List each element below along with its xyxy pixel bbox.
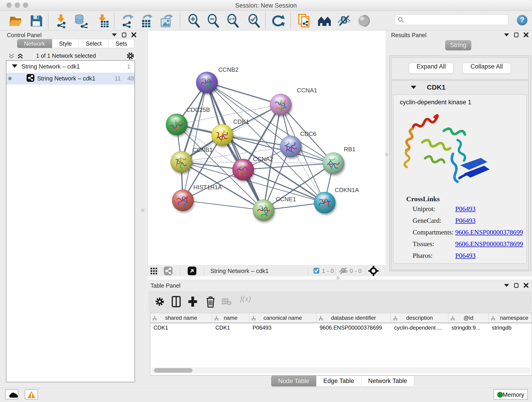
results-panel: Results Panel String Expand All Collapse… <box>388 31 532 280</box>
collapse-all-button[interactable]: Collapse All <box>462 63 511 74</box>
scrollbar-thumb[interactable] <box>154 368 192 373</box>
tree-expander-icon[interactable] <box>12 64 17 68</box>
birds-eye-view-icon[interactable] <box>188 267 196 275</box>
export-table-icon[interactable] <box>139 13 154 28</box>
tab-node-table[interactable]: Node Table <box>271 375 317 387</box>
show-columns-icon[interactable] <box>171 296 183 307</box>
panel-menu-icon[interactable] <box>504 33 509 36</box>
gene-section-header[interactable]: CDK1 <box>391 81 529 94</box>
panel-float-icon[interactable] <box>514 283 519 288</box>
show-glasspane-icon-disabled[interactable] <box>357 13 372 28</box>
tab-network-table[interactable]: Network Table <box>361 375 414 387</box>
network-node-ccna1[interactable]: CCNA1 <box>270 87 317 115</box>
network-node-hist1h1a[interactable]: HIST1H1A <box>172 184 222 211</box>
table-cell[interactable]: CDK1 <box>150 323 212 333</box>
network-edge[interactable] <box>183 200 264 210</box>
tab-network[interactable]: Network <box>17 39 52 48</box>
column-header-shared-name[interactable]: shared name <box>150 313 212 323</box>
export-network-icon[interactable] <box>120 13 134 28</box>
zoom-out-icon[interactable] <box>206 13 221 28</box>
crosslink-link[interactable]: 9606.ENSP00000378699 <box>455 240 523 248</box>
table-gear-icon[interactable] <box>154 296 166 307</box>
network-collection-row[interactable]: String Network – cdk1 1 <box>6 61 134 73</box>
delete-column-icon[interactable] <box>205 296 217 307</box>
zoom-in-icon[interactable] <box>187 13 202 28</box>
expand-all-button[interactable]: Expand All <box>409 63 454 74</box>
table-cell[interactable]: stringdb:9... <box>448 323 489 333</box>
selected-count: 1 - 0 <box>322 268 334 274</box>
panel-menu-icon[interactable] <box>504 284 509 287</box>
import-table-icon[interactable] <box>95 13 110 28</box>
table-cell[interactable]: cyclin-dependent ... <box>391 323 448 333</box>
table-horizontal-scrollbar[interactable] <box>151 367 531 373</box>
string-document-icon[interactable] <box>297 13 312 28</box>
network-edge[interactable] <box>183 83 207 200</box>
string-network-graph[interactable]: CCNB2CCNA1CDC25BCDK1CDC6RB1CCNB1CCNA2CDK… <box>148 31 386 265</box>
table-cell[interactable]: CDK1 <box>212 323 249 333</box>
memory-button[interactable]: Memory <box>494 389 528 400</box>
vertical-splitter-handle[interactable] <box>385 153 388 156</box>
selected-checkbox-icon[interactable] <box>313 268 319 274</box>
gear-icon[interactable] <box>127 52 134 60</box>
search-input[interactable] <box>405 15 506 24</box>
panel-float-icon[interactable] <box>514 32 519 37</box>
zoom-fit-icon[interactable] <box>226 13 241 28</box>
network-node-count: 11 <box>114 75 121 82</box>
help-button[interactable]: ? <box>517 15 527 26</box>
delete-table-icon-disabled[interactable] <box>221 298 233 309</box>
home-networks-icon[interactable] <box>317 13 332 28</box>
column-header--id[interactable]: @id <box>448 313 489 323</box>
export-image-icon[interactable] <box>159 13 174 28</box>
crosslink-link[interactable]: P06493 <box>455 252 476 259</box>
grid-view-icon[interactable] <box>151 268 157 274</box>
zoom-selected-icon[interactable] <box>247 13 262 28</box>
network-row[interactable]: String Network – cdk1 11 48 <box>6 73 134 85</box>
horizontal-splitter-handle[interactable] <box>336 276 340 280</box>
column-header-name[interactable]: name <box>212 313 249 323</box>
network-edge[interactable] <box>243 163 333 170</box>
column-header-canonical-name[interactable]: canonical name <box>249 313 317 323</box>
crosslink-link[interactable]: P06493 <box>455 205 476 213</box>
tab-sets[interactable]: Sets <box>109 39 134 48</box>
network-canvas[interactable]: CCNB2CCNA1CDC25BCDK1CDC6RB1CCNB1CCNA2CDK… <box>148 31 386 265</box>
open-session-icon[interactable] <box>8 13 23 28</box>
panel-float-icon[interactable] <box>122 32 126 37</box>
column-header-description[interactable]: description <box>391 313 448 323</box>
tab-style[interactable]: Style <box>52 39 79 48</box>
warning-button[interactable] <box>25 389 38 400</box>
crosslink-link[interactable]: P06493 <box>455 217 476 224</box>
tab-edge-table[interactable]: Edge Table <box>317 375 361 387</box>
vertical-splitter-handle[interactable] <box>141 209 144 212</box>
import-network-file-icon[interactable] <box>54 13 69 28</box>
table-cell[interactable]: P06493 <box>249 323 317 333</box>
search-field[interactable] <box>395 14 508 25</box>
fit-selected-crosshair-icon[interactable] <box>368 266 379 276</box>
node-table[interactable]: shared namenamecanonical namedatabase id… <box>150 313 532 375</box>
network-node-cdkn1a[interactable]: CDKN1A <box>314 186 359 213</box>
network-node-cdk1[interactable]: CDK1 <box>211 118 249 146</box>
save-session-icon[interactable] <box>29 13 44 28</box>
table-row[interactable]: CDK1CDK1P064939606.ENSP00000378699cyclin… <box>150 323 532 333</box>
network-view-icon[interactable] <box>164 267 172 275</box>
column-header-database-identifier[interactable]: database identifier <box>317 313 391 323</box>
fx-function-icon-disabled[interactable]: f(x) <box>240 294 261 306</box>
panel-close-icon[interactable] <box>131 32 136 37</box>
section-expander-icon[interactable] <box>411 86 416 89</box>
panel-menu-icon[interactable] <box>112 33 117 36</box>
crosslink-link[interactable]: 9606.ENSP00000378699 <box>455 229 523 236</box>
refresh-icon[interactable] <box>271 13 286 28</box>
tab-string[interactable]: String <box>445 40 471 51</box>
network-node-cdc6[interactable]: CDC6 <box>280 130 317 157</box>
table-cell[interactable]: stringdb <box>489 323 532 333</box>
tab-select[interactable]: Select <box>79 39 109 48</box>
cloud-button[interactable] <box>5 389 18 400</box>
panel-close-icon[interactable] <box>524 283 529 288</box>
table-cell[interactable]: 9606.ENSP00000378699 <box>317 323 391 333</box>
add-column-icon[interactable] <box>187 296 199 307</box>
import-network-database-icon[interactable] <box>73 13 88 28</box>
column-header-namespace[interactable]: namespace <box>489 313 532 323</box>
hide-glasspane-icon[interactable] <box>337 13 351 28</box>
network-label: String Network – cdk1 <box>37 75 95 82</box>
panel-close-icon[interactable] <box>524 32 529 37</box>
network-node-rb1[interactable]: RB1 <box>323 146 355 174</box>
